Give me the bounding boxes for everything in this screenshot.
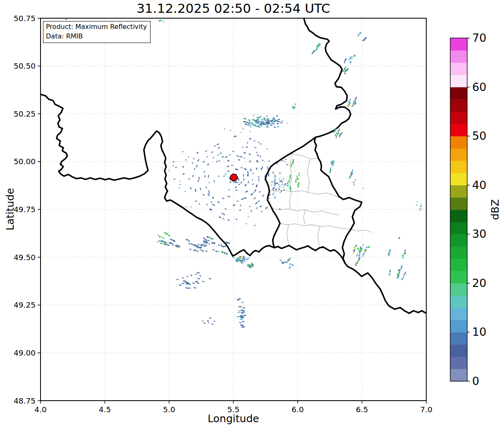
radar-echo-pixel: [357, 253, 358, 255]
colorbar-segment: [450, 38, 467, 50]
colorbar-segment: [450, 369, 467, 381]
radar-echo-pixel: [291, 165, 292, 167]
admin-border: [280, 223, 350, 229]
radar-echo-pixel: [292, 105, 294, 107]
radar-echo-pixel: [203, 161, 205, 163]
radar-echo-pixel: [193, 287, 196, 289]
radar-echo-pixel: [230, 130, 231, 131]
radar-echo-pixel: [368, 246, 370, 248]
radar-echo-pixel: [280, 122, 282, 124]
radar-echo-pixel: [261, 119, 263, 120]
radar-echo-pixel: [255, 202, 258, 205]
radar-echo-pixel: [270, 124, 272, 126]
radar-echo-pixel: [351, 105, 353, 107]
colorbar-segment: [450, 148, 467, 161]
radar-echo-pixel: [244, 152, 246, 154]
radar-echo-pixel: [189, 178, 190, 179]
radar-echo-pixel: [182, 283, 184, 284]
radar-echo-pixel: [244, 197, 246, 199]
y-axis-label: Latitude: [4, 188, 16, 231]
radar-echo-pixel: [182, 151, 184, 152]
radar-echo-pixel: [398, 237, 400, 239]
radar-echo-pixel: [198, 180, 199, 182]
echo-extras: [65, 19, 418, 258]
radar-echo-pixel: [244, 118, 246, 119]
radar-echo-pixel: [162, 21, 164, 23]
radar-echo-pixel: [207, 236, 209, 238]
radar-echo-pixel: [287, 185, 288, 186]
admin-border: [268, 190, 342, 198]
radar-echo-pixel: [195, 189, 196, 192]
admin-border: [318, 227, 320, 248]
radar-echo-pixel: [223, 252, 226, 254]
radar-echo-pixel: [259, 127, 260, 128]
radar-echo-pixel: [197, 272, 200, 274]
y-tick-label: 49.50: [14, 253, 36, 262]
radar-echo-pixel: [209, 278, 211, 279]
colorbar-segment: [450, 87, 467, 100]
radar-echo-pixel: [248, 181, 249, 183]
radar-echo-pixel: [254, 225, 256, 226]
radar-echo-pixel: [214, 146, 216, 147]
radar-echo-pixel: [208, 240, 210, 241]
radar-echo-pixel: [205, 186, 207, 189]
radar-echo-pixel: [243, 179, 244, 180]
radar-echo-pixel: [223, 176, 225, 177]
radar-echo-pixel: [172, 161, 174, 162]
radar-echo-pixel: [178, 246, 181, 247]
radar-echo-pixel: [252, 172, 253, 174]
radar-echo-pixel: [242, 147, 244, 148]
radar-echo-pixel: [401, 265, 403, 267]
radar-echo-pixel: [172, 244, 174, 246]
radar-echo-pixel: [288, 184, 289, 186]
radar-echo-pixel: [239, 257, 241, 258]
radar-echo-pixel: [279, 179, 280, 179]
radar-echo-pixel: [258, 125, 259, 126]
radar-echo-pixel: [249, 138, 251, 140]
radar-echo-pixel: [247, 174, 248, 176]
colorbar-segment: [450, 99, 467, 112]
x-axis-label: Longitude: [41, 413, 426, 425]
radar-echo-pixel: [197, 282, 200, 284]
radar-echo-pixel: [208, 322, 210, 323]
radar-echo-pixel: [202, 250, 204, 252]
radar-echo-pixel: [274, 117, 275, 119]
radar-echo-pixel: [244, 261, 245, 262]
radar-echo-pixel: [351, 57, 353, 59]
echo-cluster-sw-band-west-greens: [157, 232, 170, 245]
echo-cluster-right-edge-bits: [416, 204, 422, 211]
radar-echo-pixel: [239, 322, 241, 324]
radar-echo-pixel: [284, 161, 286, 162]
echo-cluster-border-cluster: [233, 256, 250, 263]
radar-echo-pixel: [234, 136, 236, 137]
radar-echo-pixel: [272, 121, 274, 122]
colorbar-segment: [450, 296, 467, 308]
radar-echo-pixel: [353, 184, 355, 186]
radar-echo-pixel: [420, 204, 422, 205]
admin-border: [272, 208, 339, 215]
radar-echo-pixel: [239, 260, 240, 261]
radar-echo-pixel: [174, 178, 175, 179]
radar-echo-pixel: [161, 236, 163, 238]
radar-echo-pixel: [251, 122, 252, 124]
radar-echo-pixel: [160, 242, 162, 244]
radar-echo-pixel: [196, 165, 198, 167]
colorbar-segment: [450, 271, 467, 283]
radar-echo-pixel: [258, 179, 259, 182]
radar-echo-pixel: [363, 188, 364, 189]
radar-echo-pixel: [185, 281, 188, 284]
radar-echo-pixel: [237, 182, 239, 183]
radar-echo-pixel: [259, 191, 260, 193]
radar-echo-pixel: [182, 166, 184, 167]
radar-echo-pixel: [275, 179, 276, 180]
colorbar-segment: [450, 222, 467, 234]
radar-echo-pixel: [416, 205, 417, 206]
radar-echo-pixel: [282, 160, 284, 161]
radar-echo-pixel: [249, 206, 251, 207]
radar-echo-pixel: [244, 121, 245, 122]
radar-echo-pixel: [295, 106, 296, 107]
radar-echo-pixel: [227, 160, 229, 162]
radar-echo-pixel: [239, 298, 241, 299]
y-tick-label: 49.25: [14, 301, 36, 309]
radar-echo-pixel: [258, 141, 259, 143]
